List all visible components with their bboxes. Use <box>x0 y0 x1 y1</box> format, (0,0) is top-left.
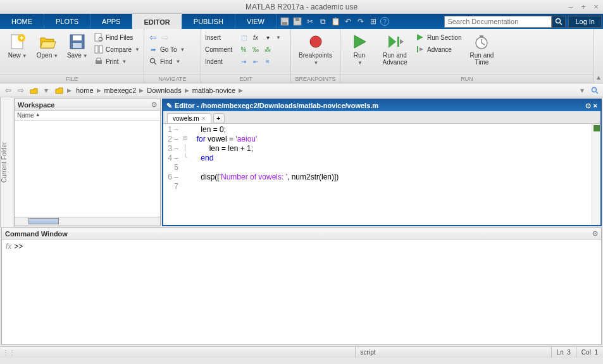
command-window-body[interactable]: fx >> <box>2 240 601 344</box>
editor-icon: ✎ <box>166 102 172 110</box>
open-button[interactable]: Open▼ <box>34 32 61 61</box>
comment-button[interactable]: Comment%‰⁂ <box>205 44 287 55</box>
switch-windows-icon[interactable]: ⊞ <box>368 16 379 27</box>
browse-folder-icon[interactable] <box>53 85 65 96</box>
editor-marker-strip[interactable] <box>592 124 600 225</box>
save-button[interactable]: Save▼ <box>64 32 91 61</box>
svg-rect-20 <box>397 37 399 47</box>
ribbon-group-run-label: RUN <box>340 75 594 83</box>
tab-editor[interactable]: EDITOR <box>132 14 182 29</box>
breadcrumb: home▶ mbexegc2▶ Downloads▶ matlab-novice… <box>74 87 244 94</box>
search-input[interactable] <box>444 16 552 28</box>
workspace-panel: Workspace ⊙ Name ▲ <box>14 99 161 226</box>
ribbon-group-file-label: FILE <box>0 75 144 83</box>
main-tabstrip: HOME PLOTS APPS EDITOR PUBLISH VIEW ✂ ⧉ … <box>0 14 603 29</box>
nav-history-icon[interactable]: ▾ <box>40 85 52 96</box>
new-tab-button[interactable]: + <box>213 113 225 123</box>
fx-icon[interactable]: fx <box>6 242 11 342</box>
run-and-time-button[interactable]: Run and Time <box>464 32 499 67</box>
current-folder-tab[interactable]: Current Folder <box>0 97 13 228</box>
run-section-button[interactable]: Run Section <box>415 32 461 43</box>
command-window-title: Command Window <box>5 230 68 238</box>
tab-apps[interactable]: APPS <box>90 14 132 29</box>
advance-button[interactable]: Advance <box>415 44 461 55</box>
tab-publish[interactable]: PUBLISH <box>182 14 235 29</box>
editor-panel: ✎ Editor - /home/mbexegc2/Downloads/matl… <box>162 99 602 226</box>
workspace-scrollbar[interactable] <box>15 217 160 226</box>
workspace-title: Workspace <box>18 101 55 109</box>
insert-button[interactable]: Insert⬚fx▾▼ <box>205 32 287 43</box>
status-col: Col 1 <box>576 347 603 358</box>
breakpoints-button[interactable]: Breakpoints▼ <box>295 32 336 68</box>
line-number-gutter: 1 – 2 – 3 – 4 – 5 6 – 7 <box>163 124 181 225</box>
svg-point-17 <box>151 59 155 63</box>
save-all-icon[interactable] <box>279 16 290 27</box>
print-button[interactable]: Print▼ <box>94 56 140 67</box>
ribbon-collapse-icon[interactable]: ▴ <box>594 29 603 83</box>
nav-up-icon[interactable] <box>28 85 39 96</box>
command-prompt: >> <box>14 242 23 342</box>
paste-icon[interactable]: 📋 <box>330 16 341 27</box>
compare-button[interactable]: Compare▼ <box>94 44 140 55</box>
run-and-advance-button[interactable]: Run and Advance <box>377 32 413 67</box>
search-button[interactable] <box>552 16 566 28</box>
help-icon[interactable]: ? <box>380 17 389 26</box>
file-tab-close-icon[interactable]: × <box>202 115 206 122</box>
svg-rect-9 <box>73 35 82 40</box>
editor-body[interactable]: 1 – 2 – 3 – 4 – 5 6 – 7 ⊟│└ len = 0; for… <box>163 124 600 225</box>
save-icon[interactable] <box>292 16 303 27</box>
maximize-button[interactable]: + <box>579 3 588 11</box>
copy-icon[interactable]: ⧉ <box>317 16 328 27</box>
status-mode: script <box>355 347 551 358</box>
status-line: Ln 3 <box>551 347 576 358</box>
path-dropdown-icon[interactable]: ▾ <box>576 85 588 96</box>
file-tab[interactable]: vowels.m× <box>167 113 211 123</box>
nav-back-icon[interactable]: ⇦ <box>3 85 14 96</box>
find-files-button[interactable]: Find Files <box>94 32 140 43</box>
close-button[interactable]: × <box>592 3 600 11</box>
tab-view[interactable]: VIEW <box>235 14 277 29</box>
svg-rect-13 <box>95 46 98 53</box>
command-window: Command Window ⊙ fx >> <box>1 228 602 345</box>
editor-title: Editor - /home/mbexegc2/Downloads/matlab… <box>175 102 378 109</box>
svg-line-5 <box>560 23 562 25</box>
path-root-sep: ▶ <box>66 87 73 94</box>
status-bar: ⋮⋮ script Ln 3 Col 1 <box>0 346 603 358</box>
new-button[interactable]: New▼ <box>4 32 31 61</box>
ribbon: New▼ Open▼ Save▼ Find Files Compare▼ Pri… <box>0 29 603 83</box>
tab-home[interactable]: HOME <box>0 14 44 29</box>
run-button[interactable]: Run▼ <box>344 32 375 68</box>
ribbon-group-breakpoints-label: BREAKPOINTS <box>291 75 340 83</box>
nav-forward-icon[interactable]: ⇨ <box>15 85 27 96</box>
nav-back-forward[interactable]: ⇦⇨ <box>148 32 197 43</box>
login-button[interactable]: Log In <box>568 16 602 28</box>
svg-point-24 <box>592 87 597 92</box>
redo-icon[interactable]: ↷ <box>355 16 366 27</box>
breadcrumb-part[interactable]: mbexegc2 <box>103 87 139 94</box>
undo-icon[interactable]: ↶ <box>342 16 354 27</box>
minimize-button[interactable]: – <box>566 3 575 11</box>
svg-rect-10 <box>73 43 82 48</box>
workspace-menu-icon[interactable]: ⊙ <box>151 100 157 109</box>
editor-menu-icon[interactable]: ⊙ <box>585 102 591 110</box>
find-button[interactable]: Find▼ <box>148 56 197 67</box>
workspace-body[interactable] <box>15 121 160 217</box>
svg-rect-16 <box>97 58 101 61</box>
workspace-column-header[interactable]: Name ▲ <box>15 111 160 121</box>
tab-plots[interactable]: PLOTS <box>44 14 90 29</box>
breadcrumb-part[interactable]: home <box>74 87 96 94</box>
code-area[interactable]: len = 0; for vowel = 'aeiou' len = len +… <box>190 124 339 225</box>
path-search-icon[interactable] <box>589 85 600 96</box>
svg-rect-3 <box>295 18 299 21</box>
cut-icon[interactable]: ✂ <box>304 16 316 27</box>
breadcrumb-part[interactable]: Downloads <box>145 87 183 94</box>
svg-rect-23 <box>480 35 483 37</box>
goto-button[interactable]: ➡Go To▼ <box>148 44 197 55</box>
fold-gutter[interactable]: ⊟│└ <box>181 124 190 225</box>
svg-rect-21 <box>417 46 418 52</box>
breadcrumb-part[interactable]: matlab-novice <box>190 87 237 94</box>
command-window-menu-icon[interactable]: ⊙ <box>592 229 598 238</box>
editor-close-icon[interactable]: × <box>594 102 597 110</box>
indent-button[interactable]: Indent⇥⇤≡ <box>205 56 287 67</box>
ribbon-group-navigate-label: NAVIGATE <box>144 75 201 83</box>
